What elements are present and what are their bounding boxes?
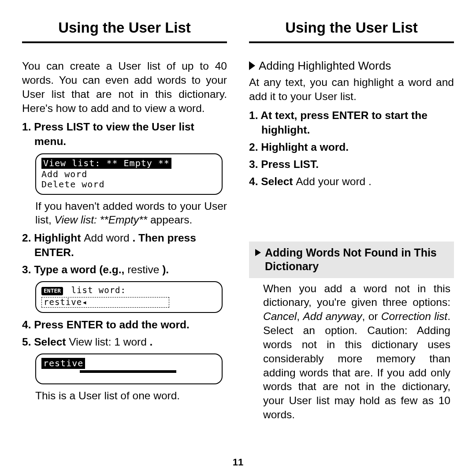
page-title: Using the User List [22, 19, 227, 36]
page-title: Using the User List [249, 19, 454, 36]
left-column: Using the User List You can create a Use… [22, 18, 227, 467]
step-r1: 1. At text, press ENTER to start the hig… [249, 108, 454, 137]
step-1: 1. Press LIST to view the User list menu… [22, 119, 227, 149]
intro-paragraph: You can create a User list of up to 40 w… [22, 59, 227, 115]
step-r4: 4. Select Add your word . [249, 174, 454, 189]
lcd-screen-menu: View list: ** Empty ** Add word Delete w… [35, 153, 223, 195]
divider [22, 41, 227, 43]
page-number: 11 [0, 457, 476, 468]
enter-key-icon: ENTER [41, 287, 63, 295]
step-4: 4. Press ENTER to add the word. [22, 317, 227, 332]
tip-box-body: When you add a word not in this dictiona… [249, 282, 454, 422]
tip-box-heading: Adding Words Not Found in This Dictionar… [249, 242, 454, 278]
subsection-heading: Adding Highlighted Words [249, 59, 454, 73]
lcd-screen-list-view: restive [35, 353, 223, 384]
right-column: Using the User List Adding Highlighted W… [249, 18, 454, 467]
step-5: 5. Select View list: 1 word . [22, 335, 227, 349]
note-one-word: This is a User list of one word. [35, 389, 227, 403]
step-3: 3. Type a word (e.g., restive ). [22, 262, 227, 277]
step-r2: 2. Highlight a word. [249, 140, 454, 154]
step-r3: 3. Press LIST. [249, 157, 454, 171]
divider [249, 41, 454, 43]
step-2: 2. Highlight Add word . Then press ENTER… [22, 231, 227, 260]
subsection-body: At any text, you can highlight a word an… [249, 75, 454, 104]
triangle-icon [249, 61, 255, 70]
lcd-screen-enter-word: ENTER list word: restive◂ [35, 281, 223, 313]
note-empty-list: If you haven't added words to your User … [35, 199, 227, 227]
